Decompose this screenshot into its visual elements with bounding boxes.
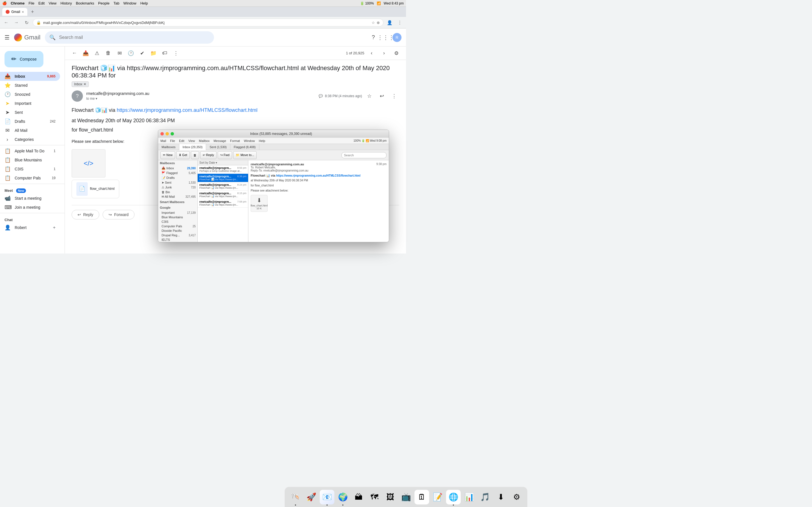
mail-menu-mail[interactable]: Mail <box>160 139 166 143</box>
more-button[interactable]: ⋮ <box>396 18 404 26</box>
prev-email-button[interactable]: ‹ <box>366 48 377 58</box>
mail-menu-file[interactable]: File <box>170 139 175 143</box>
move-to-button[interactable]: 📁 Move to... <box>233 151 257 159</box>
delete-mail-button[interactable]: 🗑 <box>191 151 199 159</box>
chrome-menu[interactable]: Chrome <box>11 1 24 5</box>
bookmark-icon[interactable]: ☆ <box>371 20 375 25</box>
mail-sidebar-important[interactable]: Important 17,139 <box>158 210 197 215</box>
history-menu[interactable]: History <box>60 1 71 5</box>
mail-menu-message[interactable]: Message <box>213 139 226 143</box>
mail-menu-window[interactable]: Window <box>244 139 255 143</box>
next-email-button[interactable]: › <box>379 48 389 58</box>
apple-menu[interactable]: 🍎 <box>2 1 7 5</box>
email-link[interactable]: https://www.rjmprogramming.com.au/HTMLCS… <box>117 107 257 113</box>
search-bar[interactable]: 🔍 <box>45 31 214 44</box>
sort-header[interactable]: Sort by Date ▾ <box>198 160 248 165</box>
mail-sidebar-bluemountains[interactable]: Blue Mountains <box>158 215 197 219</box>
report-spam-button[interactable]: ⚠ <box>92 48 102 58</box>
sidebar-item-robert[interactable]: 👤 Robert + <box>0 223 60 232</box>
sidebar-toggle[interactable]: ☰ <box>4 34 10 41</box>
minimize-window-button[interactable] <box>165 132 169 135</box>
mail-message-item-4[interactable]: 8:15 pm rmetcalfe@rjmprogrm... Flowchart… <box>198 191 248 199</box>
view-menu[interactable]: View <box>49 1 56 5</box>
sidebar-item-bluemountains[interactable]: 📋 Blue Mountains <box>0 156 60 165</box>
mail-menu-mailbox[interactable]: Mailbox <box>199 139 210 143</box>
mail-message-item-5[interactable]: 7:58 pm rmetcalfe@rjmprogrm... Flowchart… <box>198 199 248 208</box>
mark-unread-button[interactable]: ✉ <box>114 48 124 58</box>
get-mail-button[interactable]: ⬇ Get <box>176 151 190 159</box>
sidebar-item-drafts[interactable]: 📄 Drafts 242 <box>0 117 60 126</box>
address-bar[interactable]: 🔒 mail.google.com/mail/u/0/#inbox/FMfcgx… <box>33 18 384 26</box>
mail-menu-view[interactable]: View <box>188 139 195 143</box>
mail-tab-flagged[interactable]: Flagged (8,408) <box>231 144 259 150</box>
profile-button[interactable]: 👤 <box>386 18 394 26</box>
sidebar-item-starred[interactable]: ⭐ Starred <box>0 81 60 90</box>
mail-tab-sent[interactable]: Sent (1,530) <box>206 144 231 150</box>
star-button[interactable]: ☆ <box>364 91 374 101</box>
reply-mail-button[interactable]: ↩ Reply <box>200 151 216 159</box>
window-menu[interactable]: Window <box>123 1 136 5</box>
browser-tab[interactable]: Gmail ✕ <box>2 8 28 16</box>
mail-sidebar-flagged[interactable]: 🚩 Flagged 5,405 <box>158 171 197 175</box>
attachment-item[interactable]: 📄 flow_chart.html <box>71 180 119 198</box>
mail-sidebar-allmail[interactable]: ✉ All Mail 327,495 <box>158 194 197 199</box>
sidebar-item-computerpals[interactable]: 📋 Computer Pals 19 <box>0 173 60 182</box>
move-to-button[interactable]: 📁 <box>148 48 158 58</box>
inbox-badge-close[interactable]: ✕ <box>84 82 86 86</box>
preview-attachment[interactable]: ⬇ flow_chart.html 10 K <box>251 195 267 212</box>
mail-tab-inbox[interactable]: Inbox (29,350) <box>179 144 206 150</box>
mail-message-item-1[interactable]: 8:56 pm rmetcalfe@rjmprogrm... Perhaps a… <box>198 165 248 174</box>
sidebar-item-start-meeting[interactable]: 📹 Start a meeting <box>0 194 60 203</box>
mail-sidebar-ielts[interactable]: IELTS <box>158 237 197 242</box>
compose-button[interactable]: ✏ Compose <box>4 51 43 67</box>
sidebar-item-join-meeting[interactable]: ⌨ Join a meeting <box>0 203 60 212</box>
sidebar-item-c3is[interactable]: 📋 C3IS 1 <box>0 165 60 173</box>
apple-mail-search[interactable] <box>342 152 387 158</box>
mail-sidebar-sent[interactable]: ➤ Sent 1,530 <box>158 180 197 185</box>
file-menu[interactable]: File <box>29 1 35 5</box>
mail-sidebar-computerpals[interactable]: Computer Pals 25 <box>158 224 197 228</box>
search-input[interactable] <box>59 35 209 40</box>
forward-mail-button[interactable]: ↪ Fwd <box>218 151 232 159</box>
extension-icon[interactable]: ⊕ <box>377 20 380 25</box>
sidebar-item-sent[interactable]: ➤ Sent <box>0 108 60 117</box>
user-avatar[interactable]: R <box>393 33 402 42</box>
forward-button[interactable]: ↪ Forward <box>103 210 135 219</box>
back-button[interactable]: ← <box>2 18 10 26</box>
reply-button[interactable]: ↩ Reply <box>71 210 99 219</box>
sidebar-item-inbox[interactable]: 📥 Inbox 9,865 <box>0 72 60 81</box>
label-button[interactable]: 🏷 <box>160 48 170 58</box>
new-tab-button[interactable]: + <box>29 8 36 16</box>
reply-button-header[interactable]: ↩ <box>377 91 387 101</box>
snooze-button[interactable]: 🕐 <box>126 48 136 58</box>
sidebar-item-allmail[interactable]: ✉ All Mail <box>0 126 60 135</box>
preview-link[interactable]: https://www.rjmprogramming.com.au/HTMLCS… <box>276 174 360 177</box>
help-menu[interactable]: Help <box>140 1 148 5</box>
chat-add-button[interactable]: + <box>53 225 56 230</box>
mail-sidebar-inbox[interactable]: 📥 Inbox 29,390 <box>158 166 197 171</box>
task-button[interactable]: ✔ <box>137 48 147 58</box>
close-window-button[interactable] <box>160 132 164 135</box>
sidebar-item-important[interactable]: ➤ Important <box>0 99 60 108</box>
sidebar-item-applemail[interactable]: 📋 Apple Mail To Do 1 <box>0 147 60 156</box>
more-email-options[interactable]: ⋮ <box>389 91 399 101</box>
mail-sidebar-drupal[interactable]: Drupal Reg... 3,417 <box>158 233 197 237</box>
mail-message-item-2[interactable]: 8:38 pm rmetcalfe@rjmprogrm... Flowchart… <box>198 174 248 182</box>
forward-button[interactable]: → <box>12 18 20 26</box>
inbox-badge[interactable]: Inbox ✕ <box>71 81 89 87</box>
mail-sidebar-drafts[interactable]: 📝 Drafts <box>158 175 197 180</box>
tab-close-button[interactable]: ✕ <box>22 10 24 13</box>
mail-sidebar-bin[interactable]: 🗑 Bin <box>158 190 197 194</box>
sidebar-item-categories[interactable]: › Categories <box>0 135 60 144</box>
mail-sidebar-c3is[interactable]: C3IS <box>158 219 197 224</box>
mail-tab-mailboxes[interactable]: Mailboxes <box>158 144 179 150</box>
mail-menu-help[interactable]: Help <box>259 139 265 143</box>
more-options-button[interactable]: ⋮ <box>171 48 181 58</box>
mail-menu-edit[interactable]: Edit <box>179 139 185 143</box>
mail-sidebar-dioxide[interactable]: Dioxide Pacific <box>158 228 197 233</box>
tab-menu[interactable]: Tab <box>113 1 119 5</box>
mail-message-item-3[interactable]: 8:24 pm rmetcalfe@rjmprogrm... Flowchart… <box>198 182 248 191</box>
mail-menu-format[interactable]: Format <box>230 139 240 143</box>
edit-menu[interactable]: Edit <box>38 1 45 5</box>
to-me[interactable]: to me <box>86 97 97 101</box>
